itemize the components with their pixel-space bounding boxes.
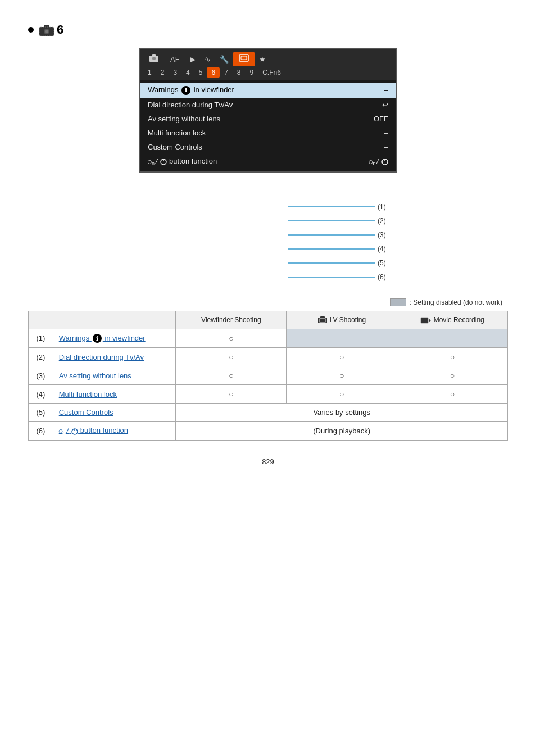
menu-tab-play: ▶ bbox=[185, 53, 200, 66]
menu-tab-af: AF bbox=[165, 53, 185, 66]
row-2-label: Dial direction during Tv/Av bbox=[53, 348, 176, 366]
svg-rect-8 bbox=[239, 55, 248, 61]
table-row: (5) Custom Controls Varies by settings bbox=[29, 404, 508, 422]
row-4-lv: ○ bbox=[287, 385, 397, 404]
menu-item-1-label: Warnings ℹ in viewfinder bbox=[148, 85, 384, 95]
row-4-num: (4) bbox=[29, 385, 53, 404]
info-icon-table-1: ℹ bbox=[93, 334, 102, 343]
on-icon-inline: ○n/ bbox=[148, 158, 158, 165]
menu-item-6: ○n/ button function ○n/ bbox=[140, 154, 396, 169]
svg-text:(1): (1) bbox=[378, 203, 386, 211]
circle-icon: ○ bbox=[339, 390, 344, 399]
movie-camera-icon bbox=[420, 316, 431, 324]
row-5-link[interactable]: Custom Controls bbox=[59, 408, 113, 417]
row-1-link[interactable]: Warnings ℹ in viewfinder bbox=[59, 334, 146, 342]
table-row: (6) ○n/ button function (During playback… bbox=[29, 422, 508, 441]
svg-text:(6): (6) bbox=[378, 273, 386, 281]
tab-cfn6: C.Fn6 bbox=[258, 67, 285, 78]
menu-item-3: Av setting without lens OFF bbox=[140, 112, 396, 126]
circle-icon: ○ bbox=[450, 352, 455, 361]
row-4-label: Multi function lock bbox=[53, 385, 176, 404]
col-header-viewfinder: Viewfinder Shooting bbox=[176, 311, 287, 329]
svg-rect-6 bbox=[152, 54, 156, 56]
callout-lines-svg: (1) (2) (3) (4) (5) (6) bbox=[71, 182, 465, 294]
tab-num-6: 6 bbox=[207, 67, 220, 78]
table-row: (1) Warnings ℹ in viewfinder ○ bbox=[29, 329, 508, 348]
tab-num-9: 9 bbox=[246, 67, 258, 78]
svg-rect-9 bbox=[241, 56, 247, 60]
col-header-lv: LV Shooting bbox=[287, 311, 397, 329]
svg-rect-1 bbox=[44, 25, 49, 28]
menu-items: Warnings ℹ in viewfinder – Dial directio… bbox=[140, 80, 396, 171]
menu-item-4-label: Multi function lock bbox=[148, 129, 384, 137]
menu-item-4: Multi function lock – bbox=[140, 126, 396, 140]
row-6-link[interactable]: ○n/ button function bbox=[59, 426, 128, 434]
page-number-text: 829 bbox=[262, 458, 274, 466]
svg-text:(5): (5) bbox=[378, 259, 386, 267]
movie-label: Movie Recording bbox=[434, 316, 484, 324]
viewfinder-label: Viewfinder Shooting bbox=[201, 316, 261, 324]
reference-table: Viewfinder Shooting LV Shooting Movie Re… bbox=[28, 311, 508, 441]
custom-fn-icon: 6 bbox=[38, 22, 63, 37]
row-4-link[interactable]: Multi function lock bbox=[59, 390, 117, 399]
lv-icon bbox=[317, 316, 329, 324]
svg-rect-29 bbox=[421, 318, 428, 323]
menu-tab-custom-fn bbox=[233, 52, 255, 66]
circle-icon: ○ bbox=[229, 334, 233, 343]
row-3-link[interactable]: Av setting without lens bbox=[59, 372, 131, 380]
menu-item-5: Custom Controls – bbox=[140, 140, 396, 154]
row-4-viewfinder: ○ bbox=[176, 385, 287, 404]
svg-point-3 bbox=[45, 30, 48, 33]
row-1-lv bbox=[287, 329, 397, 348]
lv-label: LV Shooting bbox=[330, 316, 366, 324]
col-header-num bbox=[29, 311, 53, 329]
on-n-icon-table: ○n/ bbox=[59, 427, 70, 434]
row-1-num: (1) bbox=[29, 329, 53, 348]
menu-tab-star: ★ bbox=[255, 53, 270, 66]
top-icon-area: 6 bbox=[28, 22, 508, 37]
tab-num-5: 5 bbox=[194, 67, 207, 78]
row-1-viewfinder: ○ bbox=[176, 329, 287, 348]
info-icon: ℹ bbox=[181, 86, 190, 95]
legend-area: : Setting disabled (do not work) bbox=[28, 298, 508, 306]
col-header-label bbox=[53, 311, 176, 329]
table-row: (2) Dial direction during Tv/Av ○ ○ ○ bbox=[29, 348, 508, 366]
row-2-movie: ○ bbox=[397, 348, 508, 366]
legend-text: : Setting disabled (do not work) bbox=[410, 298, 502, 306]
svg-text:(3): (3) bbox=[378, 231, 386, 239]
row-6-num: (6) bbox=[29, 422, 53, 441]
tab-num-2: 2 bbox=[156, 67, 169, 78]
circle-icon: ○ bbox=[339, 352, 344, 361]
menu-item-6-label: ○n/ button function bbox=[148, 157, 369, 166]
page-number: 829 bbox=[28, 458, 508, 466]
tab-num-8: 8 bbox=[233, 67, 246, 78]
circle-icon: ○ bbox=[229, 371, 233, 380]
row-3-lv: ○ bbox=[287, 366, 397, 385]
power-icon-inline bbox=[160, 157, 167, 165]
row-5-num: (5) bbox=[29, 404, 53, 422]
menu-tab-wrench: 🔧 bbox=[215, 53, 233, 66]
svg-text:(2): (2) bbox=[378, 217, 386, 225]
menu-tab-numbers: 1 2 3 4 5 6 7 8 9 C.Fn6 bbox=[140, 66, 396, 80]
camera-menu-box: AF ▶ ∿ 🔧 ★ 1 2 3 4 5 6 7 8 9 C.Fn6 Warni… bbox=[139, 48, 397, 173]
row-5-span: Varies by settings bbox=[176, 404, 508, 422]
menu-tab-custom: ∿ bbox=[200, 53, 215, 66]
camera-icon bbox=[38, 24, 55, 36]
menu-item-4-value: – bbox=[384, 129, 388, 137]
menu-tab-camera bbox=[143, 52, 165, 66]
row-3-viewfinder: ○ bbox=[176, 366, 287, 385]
tab-num-1: 1 bbox=[143, 67, 156, 78]
menu-item-1-value: – bbox=[384, 86, 388, 94]
svg-point-7 bbox=[152, 57, 156, 60]
row-2-link[interactable]: Dial direction during Tv/Av bbox=[59, 353, 144, 361]
row-3-num: (3) bbox=[29, 366, 53, 385]
callout-diagram: (1) (2) (3) (4) (5) (6) bbox=[71, 182, 465, 294]
row-3-movie: ○ bbox=[397, 366, 508, 385]
menu-item-3-label: Av setting without lens bbox=[148, 115, 374, 123]
menu-item-2-label: Dial direction during Tv/Av bbox=[148, 101, 382, 109]
on-icon-value: ○n/ bbox=[369, 158, 380, 165]
power-icon-table bbox=[71, 427, 78, 435]
movie-icon bbox=[420, 316, 433, 324]
circle-icon: ○ bbox=[450, 390, 455, 399]
row-2-lv: ○ bbox=[287, 348, 397, 366]
